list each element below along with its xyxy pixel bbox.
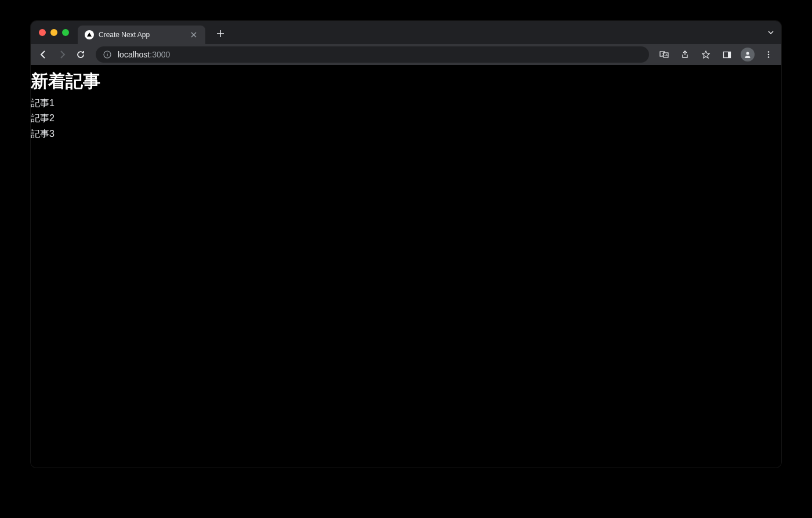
forward-button[interactable]: [54, 46, 70, 63]
minimize-window-button[interactable]: [50, 29, 57, 36]
window-controls: [39, 29, 69, 36]
article-item: 記事2: [31, 111, 781, 126]
profile-button[interactable]: [740, 46, 756, 63]
toolbar: localhost:3000 文A: [31, 44, 781, 65]
tab-bar: Create Next App: [31, 21, 781, 44]
close-window-button[interactable]: [39, 29, 46, 36]
close-tab-button[interactable]: [189, 30, 198, 39]
svg-rect-8: [728, 52, 731, 57]
url-host: localhost: [118, 50, 150, 59]
url-port: :3000: [150, 50, 170, 59]
toolbar-actions: 文A: [656, 46, 777, 63]
article-item: 記事3: [31, 126, 781, 142]
article-item: 記事1: [31, 96, 781, 111]
svg-rect-2: [107, 54, 107, 56]
bookmark-icon[interactable]: [698, 46, 714, 63]
svg-text:A: A: [665, 53, 668, 57]
tab-favicon-icon: [85, 30, 94, 39]
new-tab-button[interactable]: [212, 26, 229, 42]
svg-point-1: [107, 53, 108, 54]
svg-point-10: [768, 51, 770, 53]
sidepanel-icon[interactable]: [719, 46, 735, 63]
page-heading: 新着記事: [31, 70, 781, 93]
translate-icon[interactable]: 文A: [656, 46, 672, 63]
tabs-dropdown-button[interactable]: [767, 29, 774, 36]
maximize-window-button[interactable]: [62, 29, 69, 36]
page-content: 新着記事 記事1 記事2 記事3: [31, 65, 781, 468]
profile-avatar-icon: [741, 48, 755, 61]
share-icon[interactable]: [677, 46, 693, 63]
svg-point-12: [768, 56, 770, 58]
tab-title: Create Next App: [99, 31, 184, 39]
reload-button[interactable]: [72, 46, 89, 63]
svg-point-11: [768, 54, 770, 56]
svg-point-9: [746, 52, 749, 55]
site-info-icon[interactable]: [103, 50, 112, 59]
menu-button[interactable]: [760, 46, 777, 63]
back-button[interactable]: [35, 46, 52, 63]
browser-tab[interactable]: Create Next App: [78, 26, 205, 44]
url-text: localhost:3000: [118, 50, 642, 59]
address-bar[interactable]: localhost:3000: [96, 46, 649, 63]
browser-window: Create Next App loca: [31, 21, 781, 468]
